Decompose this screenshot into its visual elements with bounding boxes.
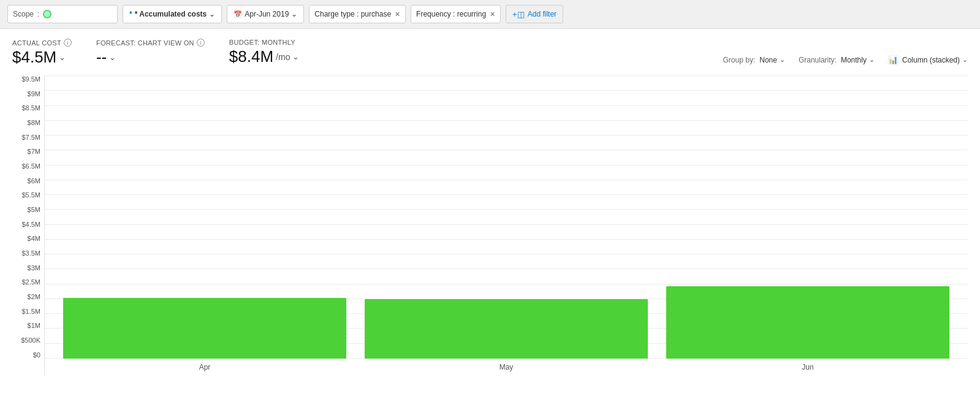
y-axis-label: $1.5M: [12, 308, 40, 315]
y-axis-label: $7M: [12, 148, 40, 155]
chevron-down-icon[interactable]: ⌄: [292, 52, 299, 61]
y-axis-label: $8.5M: [12, 104, 40, 112]
y-axis-label: $5.5M: [12, 191, 40, 199]
y-axis-label: $4.5M: [12, 221, 40, 228]
close-icon[interactable]: ✕: [395, 10, 400, 18]
x-axis-label: Jun: [666, 359, 949, 376]
bar-group: [365, 299, 648, 359]
chevron-down-icon: ⌄: [869, 56, 875, 64]
chevron-down-icon: ⌄: [291, 10, 297, 18]
charge-type-filter: Charge type : purchase ✕: [309, 5, 406, 23]
y-axis: $9.5M$9M$8.5M$8M$7.5M$7M$6.5M$6M$5.5M$5M…: [12, 75, 44, 376]
y-axis-label: $9M: [12, 90, 40, 97]
top-bar: Scope : * * Accumulated costs ⌄ 📅 Apr-Ju…: [0, 0, 980, 29]
chevron-down-icon: ⌄: [780, 56, 785, 64]
y-axis-label: $2M: [12, 293, 40, 300]
y-axis-label: $4M: [12, 235, 40, 242]
scope-label: Scope: [13, 10, 34, 18]
y-axis-label: $5M: [12, 206, 40, 213]
close-icon[interactable]: ✕: [490, 10, 495, 18]
granularity-dropdown[interactable]: Granularity: Monthly ⌄: [799, 56, 875, 64]
y-axis-label: $9.5M: [12, 75, 40, 83]
actual-cost-metric: ACTUAL COST i $4.5M ⌄: [12, 39, 72, 67]
y-axis-label: $500K: [12, 337, 40, 344]
accumulated-costs-button[interactable]: * * Accumulated costs ⌄: [123, 5, 222, 23]
scope-input[interactable]: Scope :: [7, 5, 118, 23]
chevron-down-icon[interactable]: ⌄: [59, 53, 66, 62]
x-axis-labels: AprMayJun: [45, 359, 968, 376]
x-axis-label: May: [365, 359, 648, 376]
budget-value: $8.4M /mo ⌄: [229, 47, 300, 66]
y-axis-label: $8M: [12, 119, 40, 126]
bar-group: [666, 286, 949, 359]
group-by-dropdown[interactable]: Group by: None ⌄: [723, 56, 785, 64]
chevron-down-icon: ⌄: [962, 56, 968, 64]
y-axis-label: $3.5M: [12, 249, 40, 257]
chevron-down-icon: ⌄: [209, 10, 215, 18]
y-axis-label: $6M: [12, 177, 40, 185]
metrics-row: ACTUAL COST i $4.5M ⌄ FORECAST: CHART VI…: [12, 39, 968, 67]
main-content: ACTUAL COST i $4.5M ⌄ FORECAST: CHART VI…: [0, 29, 980, 415]
stacked-bar-chart-icon: 📊: [888, 55, 898, 64]
forecast-value: -- ⌄: [96, 48, 205, 67]
y-axis-label: $1M: [12, 322, 40, 329]
chevron-down-icon[interactable]: ⌄: [109, 53, 116, 62]
chart-container: $9.5M$9M$8.5M$8M$7.5M$7M$6.5M$6M$5.5M$5M…: [12, 75, 968, 376]
y-axis-label: $3M: [12, 264, 40, 272]
bars-area: [45, 75, 968, 359]
budget-metric: BUDGET: MONTHLY $8.4M /mo ⌄: [229, 39, 300, 66]
chart-bar[interactable]: [63, 298, 346, 359]
calendar-icon: 📅: [234, 10, 242, 18]
controls-row: Group by: None ⌄ Granularity: Monthly ⌄ …: [723, 55, 968, 67]
budget-label: BUDGET: MONTHLY: [229, 39, 300, 46]
y-axis-label: $2.5M: [12, 278, 40, 286]
actual-cost-value: $4.5M ⌄: [12, 48, 72, 67]
forecast-label: FORECAST: CHART VIEW ON i: [96, 39, 205, 47]
actual-cost-label: ACTUAL COST i: [12, 39, 72, 47]
bar-group: [63, 298, 346, 359]
scope-dot: [43, 10, 51, 18]
y-axis-label: $0: [12, 351, 40, 359]
chart-type-dropdown[interactable]: 📊 Column (stacked) ⌄: [888, 55, 968, 64]
x-axis-label: Apr: [63, 359, 346, 376]
date-range-button[interactable]: 📅 Apr-Jun 2019 ⌄: [227, 5, 304, 23]
chart-body: AprMayJun: [44, 75, 968, 376]
forecast-metric: FORECAST: CHART VIEW ON i -- ⌄: [96, 39, 205, 67]
y-axis-label: $7.5M: [12, 134, 40, 141]
plus-filter-icon: +◫: [512, 10, 525, 19]
info-icon[interactable]: i: [64, 39, 72, 47]
y-axis-label: $6.5M: [12, 162, 40, 170]
info-icon[interactable]: i: [197, 39, 205, 47]
add-filter-button[interactable]: +◫ Add filter: [506, 5, 563, 23]
chart-bar[interactable]: [666, 286, 949, 359]
chart-bar[interactable]: [365, 299, 648, 359]
frequency-filter: Frequency : recurring ✕: [411, 5, 501, 23]
